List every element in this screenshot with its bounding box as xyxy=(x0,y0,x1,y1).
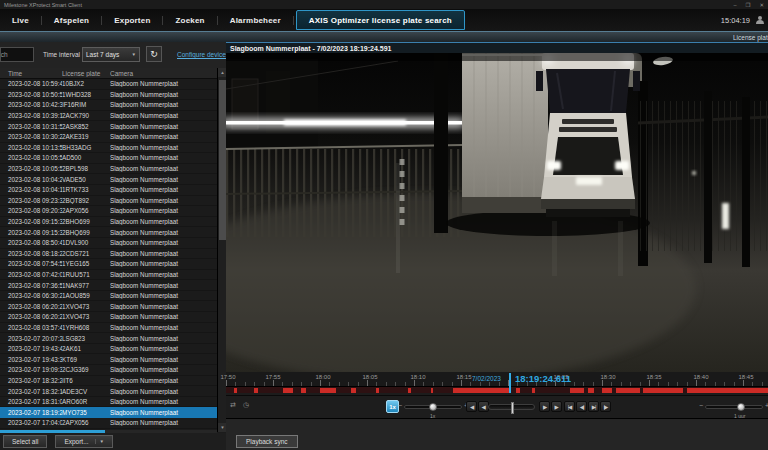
table-row[interactable]: 2023-02-08 10:13:50BH33ADGSlagboom Numme… xyxy=(0,143,217,154)
skip-button[interactable]: ◀| xyxy=(576,401,587,412)
row-camera: Slagboom Nummerplaat xyxy=(110,144,217,151)
playback-sync-button[interactable]: Playback sync xyxy=(236,435,298,448)
column-license-plate[interactable]: License plate xyxy=(62,70,110,77)
table-row[interactable]: 2023-02-07 19:43:432AK61Slagboom Nummerp… xyxy=(0,344,217,355)
table-row[interactable]: 2023-02-07 19:43:37KT69Slagboom Nummerpl… xyxy=(0,354,217,365)
search-input[interactable]: Search xyxy=(0,47,34,62)
table-row[interactable]: 2023-02-07 18:19:24MYO735Slagboom Nummer… xyxy=(0,407,217,418)
table-row[interactable]: 2023-02-07 18:31:03ARO60RSlagboom Nummer… xyxy=(0,397,217,408)
table-row[interactable]: 2023-02-08 10:31:502ASK852Slagboom Numme… xyxy=(0,121,217,132)
tab-axis-optimizer-license-plate-search[interactable]: AXIS Optimizer license plate search xyxy=(296,10,465,30)
table-row[interactable]: 2023-02-08 09:20:332APX056Slagboom Numme… xyxy=(0,206,217,217)
tab-afspelen[interactable]: Afspelen xyxy=(42,16,101,25)
row-time: 2023-02-08 09:15:38 xyxy=(0,229,62,236)
table-row[interactable]: 2023-02-08 09:23:322BQT892Slagboom Numme… xyxy=(0,196,217,207)
table-row[interactable]: 2023-02-08 10:05:56AD500Slagboom Nummerp… xyxy=(0,153,217,164)
time-span-icon[interactable]: ⇄ xyxy=(230,401,236,409)
table-row[interactable]: 2023-02-08 06:20:281XVO473Slagboom Numme… xyxy=(0,301,217,312)
scrollbar-thumb[interactable] xyxy=(219,80,226,240)
skip-button[interactable]: |▶ xyxy=(600,401,611,412)
speed-slider-knob[interactable] xyxy=(429,403,437,411)
row-license-plate: MYO735 xyxy=(62,409,110,416)
refresh-button[interactable]: ↻ xyxy=(146,46,162,62)
row-license-plate: 2APX056 xyxy=(62,419,110,426)
table-row[interactable]: 2023-02-08 10:39:152ACK790Slagboom Numme… xyxy=(0,111,217,122)
table-row[interactable]: 2023-02-07 17:04:052APX056Slagboom Numme… xyxy=(0,418,217,429)
table-row[interactable]: 2023-02-08 10:50:561WHD328Slagboom Numme… xyxy=(0,90,217,101)
column-camera[interactable]: Camera xyxy=(110,70,217,77)
tab-zoeken[interactable]: Zoeken xyxy=(163,16,216,25)
table-row[interactable]: 2023-02-08 09:15:382BHO699Slagboom Numme… xyxy=(0,217,217,228)
table-row[interactable]: 2023-02-07 18:32:12ADE3CVSlagboom Nummer… xyxy=(0,386,217,397)
row-camera: Slagboom Nummerplaat xyxy=(110,218,217,225)
speed-minus-icon[interactable]: − xyxy=(398,402,402,409)
row-camera: Slagboom Nummerplaat xyxy=(110,324,217,331)
row-camera: Slagboom Nummerplaat xyxy=(110,356,217,363)
row-license-plate: 1XVO473 xyxy=(62,313,110,320)
shuttle-slider[interactable] xyxy=(488,404,535,410)
zoom-slider-knob[interactable] xyxy=(737,403,745,411)
camera-video[interactable] xyxy=(226,53,768,372)
export-button[interactable]: Export... ▼ xyxy=(55,435,113,448)
chevron-down-icon: ▼ xyxy=(95,439,104,444)
row-time: 2023-02-07 18:19:24 xyxy=(0,409,62,416)
play-reverse-button[interactable]: ◀ xyxy=(466,401,477,412)
row-camera: Slagboom Nummerplaat xyxy=(110,271,217,278)
table-row[interactable]: 2023-02-08 10:42:33IF16RIMSlagboom Numme… xyxy=(0,100,217,111)
row-camera: Slagboom Nummerplaat xyxy=(110,366,217,373)
maximize-button[interactable]: ❐ xyxy=(745,2,750,8)
minimize-button[interactable]: – xyxy=(733,2,736,8)
user-icon[interactable] xyxy=(755,16,764,25)
column-time[interactable]: Time xyxy=(0,70,62,77)
playback-panel: Slagboom Nummerplaat - 7/02/2023 18:19:2… xyxy=(226,42,768,450)
row-camera: Slagboom Nummerplaat xyxy=(110,409,217,416)
row-camera: Slagboom Nummerplaat xyxy=(110,80,217,87)
playhead[interactable] xyxy=(509,373,511,393)
play-reverse-button[interactable]: ◀ xyxy=(478,401,489,412)
table-row[interactable]: 2023-02-08 07:42:061RUU571Slagboom Numme… xyxy=(0,270,217,281)
table-row[interactable]: 2023-02-08 09:15:382BHQ699Slagboom Numme… xyxy=(0,227,217,238)
shuttle-knob[interactable] xyxy=(511,402,514,414)
table-row[interactable]: 2023-02-08 10:04:191RTK733Slagboom Numme… xyxy=(0,185,217,196)
row-camera: Slagboom Nummerplaat xyxy=(110,229,217,236)
tab-live[interactable]: Live xyxy=(0,16,41,25)
timeline-ruler[interactable]: 17:5017:5518:0018:0518:1018:1518:2518:30… xyxy=(226,372,768,386)
time-picker-icon[interactable]: ◷ xyxy=(243,401,249,409)
row-camera: Slagboom Nummerplaat xyxy=(110,91,217,98)
select-all-button[interactable]: Select all xyxy=(3,435,47,448)
recording-segment xyxy=(588,388,594,393)
table-row[interactable]: 2023-02-08 10:59:4110BJX2Slagboom Nummer… xyxy=(0,79,217,90)
table-row[interactable]: 2023-02-08 10:04:22VADE50Slagboom Nummer… xyxy=(0,174,217,185)
table-row[interactable]: 2023-02-08 08:50:491DVL900Slagboom Numme… xyxy=(0,238,217,249)
table-row[interactable]: 2023-02-07 20:07:23LSG823Slagboom Nummer… xyxy=(0,333,217,344)
tab-alarmbeheer[interactable]: Alarmbeheer xyxy=(218,16,293,25)
row-time: 2023-02-08 07:54:56 xyxy=(0,260,62,267)
camera-video-scene xyxy=(226,53,768,372)
table-row[interactable]: 2023-02-07 19:09:322CJG369Slagboom Numme… xyxy=(0,365,217,376)
skip-button[interactable]: |◀ xyxy=(564,401,575,412)
table-row[interactable]: 2023-02-08 08:18:292CDS721Slagboom Numme… xyxy=(0,249,217,260)
play-forward-button[interactable]: ▶ xyxy=(539,401,550,412)
table-row[interactable]: 2023-02-08 10:30:202AKE319Slagboom Numme… xyxy=(0,132,217,143)
time-interval-select[interactable]: Last 7 days ▼ xyxy=(82,47,140,62)
table-row[interactable]: 2023-02-08 06:30:201AOU859Slagboom Numme… xyxy=(0,291,217,302)
play-forward-button[interactable]: ▶ xyxy=(551,401,562,412)
skip-button[interactable]: ▶| xyxy=(588,401,599,412)
row-camera: Slagboom Nummerplaat xyxy=(110,239,217,246)
table-row[interactable]: 2023-02-07 18:32:24IIT6Slagboom Nummerpl… xyxy=(0,376,217,387)
table-row[interactable]: 2023-02-08 10:05:522BPL598Slagboom Numme… xyxy=(0,164,217,175)
row-camera: Slagboom Nummerplaat xyxy=(110,197,217,204)
table-row[interactable]: 2023-02-08 07:54:561YEG165Slagboom Numme… xyxy=(0,259,217,270)
timeline[interactable]: 17:5017:5518:0018:0518:1018:1518:2518:30… xyxy=(226,372,768,418)
zoom-minus-icon[interactable]: − xyxy=(699,402,703,409)
close-button[interactable]: ✕ xyxy=(759,2,764,8)
speed-slider[interactable]: − + xyxy=(404,405,462,409)
recording-track[interactable] xyxy=(226,386,768,393)
recording-segment xyxy=(376,388,379,393)
table-row[interactable]: 2023-02-08 07:36:521NAK977Slagboom Numme… xyxy=(0,280,217,291)
row-camera: Slagboom Nummerplaat xyxy=(110,260,217,267)
table-row[interactable]: 2023-02-08 06:20:271XVO473Slagboom Numme… xyxy=(0,312,217,323)
tab-exporten[interactable]: Exporten xyxy=(102,16,162,25)
table-row[interactable]: 2023-02-08 03:57:461YRH608Slagboom Numme… xyxy=(0,323,217,334)
timeline-zoom-slider[interactable]: − + xyxy=(705,405,763,409)
